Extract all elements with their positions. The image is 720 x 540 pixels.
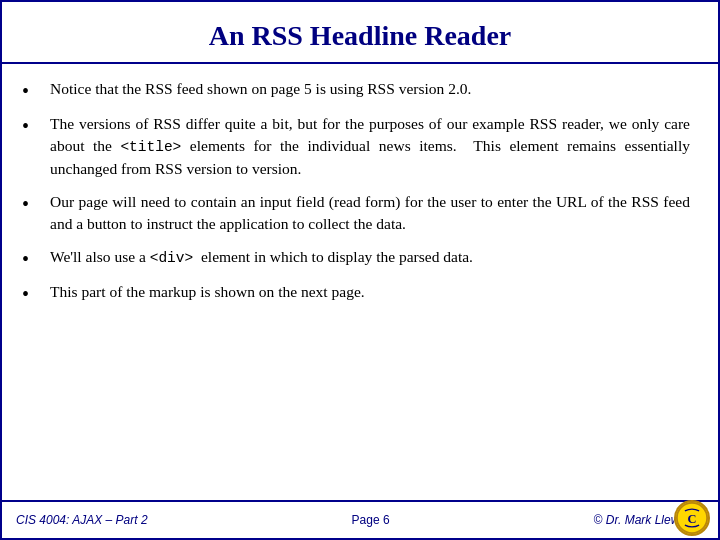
bullet-item-4: • We'll also use a <div> element in whic… [22, 246, 690, 271]
bullet-item-1: • Notice that the RSS feed shown on page… [22, 78, 690, 103]
svg-text:C: C [688, 512, 697, 526]
code-title: <title> [120, 139, 181, 155]
bullet-item-3: • Our page will need to contain an input… [22, 191, 690, 236]
bullet-text-4: We'll also use a <div> element in which … [50, 246, 690, 269]
bullet-dot-3: • [22, 192, 40, 216]
footer-page: Page 6 [352, 513, 390, 527]
ucf-logo: C [674, 500, 710, 536]
bullet-text-5: This part of the markup is shown on the … [50, 281, 690, 303]
slide: An RSS Headline Reader • Notice that the… [0, 0, 720, 540]
footer-course: CIS 4004: AJAX – Part 2 [16, 513, 148, 527]
bullet-dot-5: • [22, 282, 40, 306]
bullet-text-2: The versions of RSS differ quite a bit, … [50, 113, 690, 181]
bullet-dot-2: • [22, 114, 40, 138]
bullet-dot-1: • [22, 79, 40, 103]
bullet-text-1: Notice that the RSS feed shown on page 5… [50, 78, 690, 100]
bullet-item-2: • The versions of RSS differ quite a bit… [22, 113, 690, 181]
code-div: <div> [150, 250, 194, 266]
bullet-dot-4: • [22, 247, 40, 271]
slide-title: An RSS Headline Reader [2, 2, 718, 64]
bullet-item-5: • This part of the markup is shown on th… [22, 281, 690, 306]
slide-footer: CIS 4004: AJAX – Part 2 Page 6 © Dr. Mar… [2, 500, 718, 538]
bullet-text-3: Our page will need to contain an input f… [50, 191, 690, 236]
slide-content: • Notice that the RSS feed shown on page… [2, 64, 718, 500]
